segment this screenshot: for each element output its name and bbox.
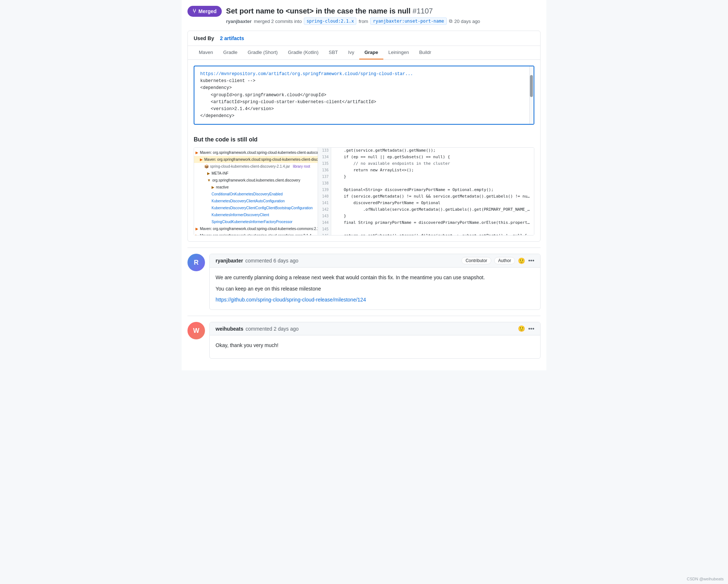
- diff-line-134: 134 if (ep == null || ep.getSubsets() ==…: [318, 154, 534, 161]
- code-line-4: <artifactId>spring-cloud-starter-kuberne…: [200, 99, 528, 106]
- library-root-label: library root: [293, 164, 310, 169]
- old-code-label: But the code is still old: [194, 136, 534, 143]
- diff-line-137: 137 }: [318, 174, 534, 180]
- comment-2-time: commented 2 days ago: [245, 326, 299, 332]
- contributor-badge: Contributor: [461, 257, 491, 264]
- head-branch-tag[interactable]: ryanjbaxter:unset-port-name: [370, 17, 446, 25]
- comment-1-header: ryanjbaxter commented 6 days ago Contrib…: [210, 254, 540, 268]
- comment-1-avatar: R: [187, 254, 205, 271]
- diff-line-144: 144 final String primaryPortName = disco…: [318, 220, 534, 226]
- tab-gradle-short[interactable]: Gradle (Short): [243, 46, 283, 59]
- more-button-1[interactable]: •••: [528, 257, 534, 264]
- code-area: https://mvnrepository.com/artifact/org.s…: [194, 66, 534, 125]
- pr-title: Set port name to <unset> in the case the…: [226, 6, 480, 16]
- diff-line-139: 139 Optional<String> discoveredPrimaryPo…: [318, 187, 534, 194]
- comment-1-link[interactable]: https://github.com/spring-cloud/spring-c…: [216, 297, 366, 303]
- folder-icon-3: ▶: [212, 184, 214, 190]
- tab-leiningen[interactable]: Leiningen: [383, 46, 414, 59]
- comment-1-header-left: ryanjbaxter commented 6 days ago: [216, 258, 298, 264]
- comment-1-time: commented 6 days ago: [245, 258, 298, 264]
- tree-auto-config[interactable]: KubernetesDiscoveryClientAutoConfigurati…: [194, 198, 318, 205]
- comment-1-content: We are currently planning doing a releas…: [210, 268, 540, 309]
- screenshot-inner: ▶ Maven: org.springframework.cloud:sprin…: [194, 148, 534, 235]
- base-branch-tag[interactable]: spring-cloud:2.1.x: [304, 17, 356, 25]
- tree-config-client[interactable]: KubernetesDiscoveryClientConfigClientBoo…: [194, 205, 318, 211]
- diff-line-136: 136 return new ArrayList<>();: [318, 167, 534, 174]
- merged-badge: ⑂ Merged: [187, 6, 222, 17]
- tree-openfeign[interactable]: ▶ Maven: org.springframework.cloud:sprin…: [194, 232, 318, 235]
- code-line-5: <version>2.1.4</version>: [200, 106, 528, 113]
- diff-line-141: 141 discoveredPrimaryPortName = Optional: [318, 200, 534, 207]
- comment-2-section: W weihubeats commented 2 days ago 🙂 ••• …: [187, 316, 541, 364]
- tree-item-jar[interactable]: 📦 spring-cloud-kubernetes-client-discove…: [194, 163, 318, 170]
- comment-2-header: weihubeats commented 2 days ago 🙂 •••: [210, 322, 540, 335]
- comment-1-header-right: Contributor Author 🙂 •••: [461, 257, 534, 264]
- tree-reactive[interactable]: ▶ reactive: [194, 184, 318, 191]
- comment-2-header-left: weihubeats commented 2 days ago: [216, 326, 299, 332]
- file-tree-pane: ▶ Maven: org.springframework.cloud:sprin…: [194, 148, 318, 235]
- tab-buildr[interactable]: Buildr: [414, 46, 436, 59]
- code-diff-pane: 133 .get(service.getMetadata().getName()…: [318, 148, 534, 235]
- avatar-placeholder-1: R: [187, 254, 205, 271]
- tree-commons[interactable]: ▶ Maven: org.springframework.cloud:sprin…: [194, 225, 318, 232]
- tab-gradle-kotlin[interactable]: Gradle (Kotlin): [283, 46, 324, 59]
- diff-line-140: 140 if (service.getMetadata() != null &&…: [318, 194, 534, 200]
- tree-conditional[interactable]: ConditionalOnKubernetesDiscoveryEnabled: [194, 191, 318, 198]
- tab-ivy[interactable]: Ivy: [343, 46, 360, 59]
- code-line-2: <dependency>: [200, 85, 528, 92]
- folder-icon: ▶: [207, 171, 210, 176]
- merge-icon: ⑂: [193, 8, 196, 15]
- code-block[interactable]: https://mvnrepository.com/artifact/org.s…: [194, 66, 534, 124]
- tab-grape[interactable]: Grape: [359, 46, 383, 59]
- jar-icon: ▶: [195, 150, 198, 155]
- diff-line-143: 143 }: [318, 213, 534, 220]
- url-line: https://mvnrepository.com/artifact/org.s…: [200, 71, 528, 78]
- pr-number: #1107: [413, 7, 433, 15]
- tree-item-selected[interactable]: ▶ Maven: org.springframework.cloud:sprin…: [194, 156, 318, 163]
- pr-meta: ryanjbaxter merged 2 commits into spring…: [226, 17, 480, 25]
- tree-discovery[interactable]: ▼ org.springframework.cloud.kubernetes.c…: [194, 177, 318, 184]
- comment-2-body: weihubeats commented 2 days ago 🙂 ••• Ok…: [209, 322, 541, 358]
- main-content-card: Used By 2 artifacts Maven Gradle Gradle …: [187, 31, 541, 242]
- comment-2-paragraph-1: Okay, thank you very much!: [216, 341, 534, 349]
- code-scrollbar[interactable]: [529, 66, 534, 124]
- used-by-section: Used By 2 artifacts: [188, 31, 540, 46]
- tabs-container: Maven Gradle Gradle (Short) Gradle (Kotl…: [188, 46, 540, 60]
- avatar-placeholder-2: W: [187, 322, 205, 339]
- tab-sbt[interactable]: SBT: [324, 46, 343, 59]
- emoji-button-1[interactable]: 🙂: [518, 257, 525, 264]
- comment-2-author[interactable]: weihubeats: [216, 326, 243, 332]
- comment-1-paragraph-1: We are currently planning doing a releas…: [216, 273, 534, 281]
- used-by-label: Used By: [194, 35, 214, 41]
- tree-meta-inf[interactable]: ▶ META-INF: [194, 170, 318, 177]
- comment-2-header-right: 🙂 •••: [518, 325, 534, 332]
- artifacts-link[interactable]: 2 artifacts: [220, 35, 244, 41]
- comment-2-content: Okay, thank you very much!: [210, 335, 540, 358]
- comment-1-author[interactable]: ryanjbaxter: [216, 258, 243, 264]
- time-ago: 20 days ago: [454, 19, 480, 24]
- more-button-2[interactable]: •••: [528, 326, 534, 332]
- pr-title-area: Set port name to <unset> in the case the…: [226, 6, 480, 25]
- code-line-3: <groupId>org.springframework.cloud</grou…: [200, 92, 528, 99]
- jar-icon-4: ▶: [195, 226, 198, 231]
- comment-2-avatar: W: [187, 322, 205, 339]
- tab-gradle[interactable]: Gradle: [218, 46, 243, 59]
- tree-informer[interactable]: KubernetesInformerDiscoveryClient: [194, 211, 318, 218]
- tree-factory[interactable]: SpringCloudKubernetesInformerFactoryProc…: [194, 218, 318, 225]
- diff-line-145: 145: [318, 226, 534, 233]
- copy-icon[interactable]: ⧉: [449, 18, 452, 24]
- tree-item[interactable]: ▶ Maven: org.springframework.cloud:sprin…: [194, 149, 318, 156]
- folder-icon-2: ▼: [207, 178, 211, 183]
- emoji-button-2[interactable]: 🙂: [518, 325, 525, 332]
- code-line-1: kubernetes-client -->: [200, 78, 528, 85]
- comment-1-body: ryanjbaxter commented 6 days ago Contrib…: [209, 254, 541, 310]
- merged-label: Merged: [198, 8, 217, 14]
- tab-maven[interactable]: Maven: [194, 46, 218, 59]
- author-badge: Author: [494, 257, 515, 264]
- diff-line-133: 133 .get(service.getMetadata().getName()…: [318, 148, 534, 154]
- jar-icon-3: 📦: [204, 164, 209, 169]
- diff-line-138: 138: [318, 180, 534, 187]
- pr-actor: ryanjbaxter: [226, 19, 252, 24]
- diff-line-142: 142 .ofNullable(service.getMetadata().ge…: [318, 207, 534, 213]
- diff-line-146: 146 return ep.getSubsets().stream().filt…: [318, 233, 534, 235]
